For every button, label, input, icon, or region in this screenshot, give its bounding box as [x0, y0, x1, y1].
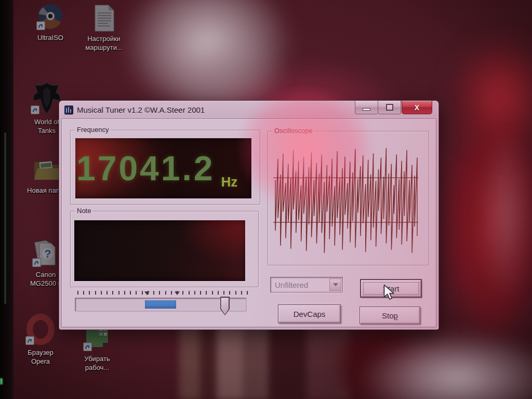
world-of-tanks-emblem-icon	[31, 81, 63, 115]
trackbar[interactable]	[75, 298, 246, 311]
window-title: Musical Tuner v1.2 ©W.A.Steer 2001	[77, 105, 205, 114]
app-icon	[64, 105, 73, 114]
help-document-icon: ?	[32, 239, 59, 268]
frequency-display: 17041.2 Hz	[75, 138, 251, 198]
frequency-unit: Hz	[221, 174, 238, 190]
icon-label: рабоч...	[73, 363, 121, 372]
bezel-highlight	[5, 132, 6, 304]
trackbar-selection	[145, 300, 176, 309]
frequency-group-label: Frequency	[75, 126, 111, 134]
desktop-icon-route-settings[interactable]: Настройки маршрути...	[80, 4, 128, 52]
devcaps-button[interactable]: DevCaps	[278, 304, 341, 323]
note-group-label: Note	[75, 207, 93, 215]
trackbar-ticks	[77, 291, 247, 296]
shortcut-arrow-icon	[83, 342, 92, 351]
desktop-icon-opera[interactable]: Браузер Opera	[17, 314, 64, 366]
minimize-icon	[363, 108, 370, 111]
svg-text:?: ?	[44, 247, 51, 260]
wallpaper-pillars	[179, 320, 351, 399]
text-document-icon	[92, 4, 116, 32]
shortcut-arrow-icon	[25, 336, 34, 345]
opera-logo-icon	[25, 314, 56, 346]
trackbar-thumb[interactable]	[220, 297, 230, 315]
shortcut-arrow-icon	[36, 21, 45, 30]
monitor-bezel	[0, 0, 14, 399]
icon-label: Настройки	[80, 34, 128, 43]
minimize-button[interactable]	[355, 101, 378, 114]
oscilloscope-waveform	[272, 142, 420, 260]
dialog-client-area: Frequency 17041.2 Hz Note Oscilloscope U…	[61, 118, 436, 327]
folder-icon	[32, 157, 62, 184]
frequency-value: 17041.2	[76, 149, 215, 188]
start-button[interactable]: Start	[361, 280, 421, 297]
tuner-window: Musical Tuner v1.2 ©W.A.Steer 2001 X Fre…	[59, 100, 439, 330]
oscilloscope-group-label: Oscilloscope	[272, 127, 315, 135]
close-icon: X	[415, 103, 419, 112]
desktop-icon-ultraiso[interactable]: UltraISO	[26, 3, 74, 42]
close-button[interactable]: X	[402, 101, 432, 114]
stop-button[interactable]: Stop	[360, 307, 420, 324]
dropdown-arrow-icon[interactable]	[329, 278, 341, 291]
filter-select[interactable]: Unfiltered	[270, 277, 343, 292]
shortcut-arrow-icon	[32, 258, 41, 267]
oscilloscope-groupbox: Oscilloscope	[268, 131, 429, 265]
icon-label: UltraISO	[26, 33, 74, 42]
wallpaper-santa-hat	[449, 36, 532, 156]
wallpaper-fur-bottom	[358, 332, 532, 399]
bezel-led	[0, 378, 3, 384]
icon-label: маршрути...	[80, 43, 128, 52]
shortcut-arrow-icon	[31, 105, 39, 114]
wallpaper-dark-patch	[340, 330, 418, 399]
maximize-icon	[386, 104, 393, 111]
icon-label: Браузер	[17, 348, 64, 357]
icon-label: Opera	[17, 357, 64, 366]
icon-label: Убирать	[73, 354, 121, 363]
desktop-icon-clean-desktop[interactable]: Убирать рабоч...	[73, 323, 121, 372]
wallpaper-santa-figure	[423, 68, 532, 379]
note-display	[74, 220, 245, 281]
maximize-button[interactable]	[378, 101, 401, 114]
ultraiso-cd-icon	[36, 3, 64, 31]
filter-selected-value: Unfiltered	[275, 281, 308, 289]
title-bar[interactable]: Musical Tuner v1.2 ©W.A.Steer 2001 X	[59, 101, 438, 118]
wallpaper-fur-trim	[481, 130, 532, 301]
